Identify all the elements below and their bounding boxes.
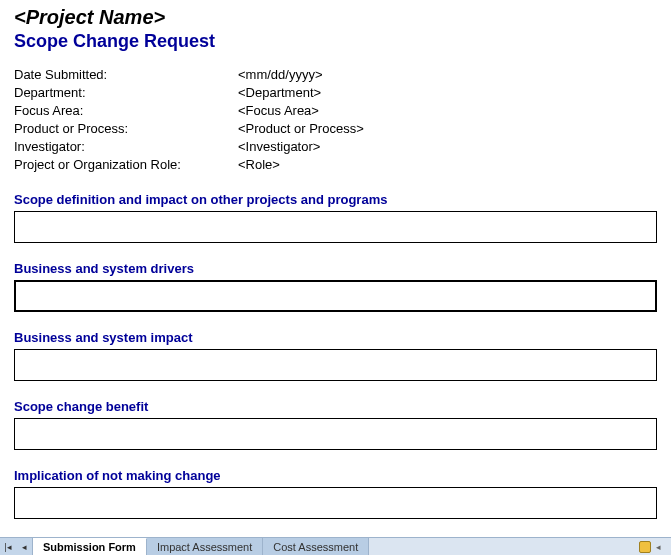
scope-def-input[interactable] [14, 211, 657, 243]
section-heading-scope-def: Scope definition and impact on other pro… [14, 192, 657, 207]
meta-row-department: Department: <Department> [14, 84, 657, 102]
meta-value: <Focus Area> [238, 102, 657, 120]
impact-input[interactable] [14, 349, 657, 381]
meta-row-product: Product or Process: <Product or Process> [14, 120, 657, 138]
meta-label: Focus Area: [14, 102, 238, 120]
tab-bar-end: ◂ [369, 538, 671, 555]
meta-value: <Investigator> [238, 138, 657, 156]
tab-nav: |◂ ◂ [0, 538, 33, 555]
sheet-tab-bar: |◂ ◂ Submission Form Impact Assessment C… [0, 537, 671, 555]
section-heading-impact: Business and system impact [14, 330, 657, 345]
meta-label: Department: [14, 84, 238, 102]
meta-row-focus-area: Focus Area: <Focus Area> [14, 102, 657, 120]
sheet-options-icon[interactable] [639, 541, 651, 553]
meta-row-role: Project or Organization Role: <Role> [14, 156, 657, 174]
meta-label: Date Submitted: [14, 66, 238, 84]
tab-submission-form[interactable]: Submission Form [33, 538, 147, 555]
drivers-input[interactable] [14, 280, 657, 312]
implication-input[interactable] [14, 487, 657, 519]
tab-nav-prev-icon[interactable]: ◂ [16, 539, 32, 555]
form-title: Scope Change Request [14, 31, 657, 52]
meta-label: Product or Process: [14, 120, 238, 138]
benefit-input[interactable] [14, 418, 657, 450]
tab-impact-assessment[interactable]: Impact Assessment [147, 538, 263, 555]
meta-row-date: Date Submitted: <mm/dd/yyyy> [14, 66, 657, 84]
meta-value: <Department> [238, 84, 657, 102]
form-page: <Project Name> Scope Change Request Date… [0, 0, 671, 519]
meta-label: Project or Organization Role: [14, 156, 238, 174]
meta-label: Investigator: [14, 138, 238, 156]
tab-cost-assessment[interactable]: Cost Assessment [263, 538, 369, 555]
section-heading-implication: Implication of not making change [14, 468, 657, 483]
scroll-left-icon[interactable]: ◂ [651, 540, 665, 554]
section-heading-drivers: Business and system drivers [14, 261, 657, 276]
meta-value: <Product or Process> [238, 120, 657, 138]
section-heading-benefit: Scope change benefit [14, 399, 657, 414]
meta-row-investigator: Investigator: <Investigator> [14, 138, 657, 156]
project-name-heading: <Project Name> [14, 6, 657, 29]
tab-nav-first-icon[interactable]: |◂ [0, 539, 16, 555]
meta-value: <mm/dd/yyyy> [238, 66, 657, 84]
meta-value: <Role> [238, 156, 657, 174]
